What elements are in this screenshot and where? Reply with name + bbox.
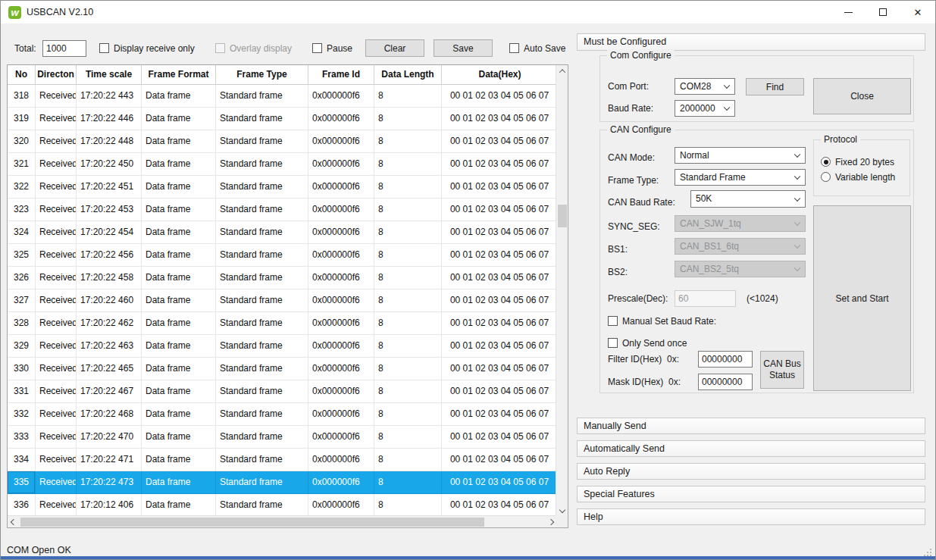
section-auto-reply[interactable]: Auto Reply <box>577 463 925 480</box>
column-header-data-length[interactable]: Data Length <box>374 65 442 85</box>
table-cell: Received <box>36 130 77 153</box>
table-cell: Received <box>36 335 77 358</box>
column-header-time-scale[interactable]: Time scale <box>77 65 142 85</box>
chevron-down-icon <box>794 242 800 249</box>
frame-type-label: Frame Type: <box>608 172 659 189</box>
table-cell: 8 <box>374 108 442 130</box>
vertical-scrollbar-thumb[interactable] <box>558 205 567 227</box>
section-special-features[interactable]: Special Features <box>577 486 925 502</box>
horizontal-scrollbar[interactable] <box>8 515 557 527</box>
baud-rate-select[interactable]: 2000000 <box>675 100 735 117</box>
protocol-variable-length-radio[interactable] <box>821 172 831 182</box>
table-row[interactable]: 335Received17:20:22 473Data frameStandar… <box>8 471 556 494</box>
column-header-frame-id[interactable]: Frame Id <box>308 65 374 85</box>
only-send-once-checkbox[interactable] <box>608 338 618 348</box>
set-and-start-button[interactable]: Set and Start <box>813 205 911 391</box>
table-row[interactable]: 325Received17:20:22 456Data frameStandar… <box>8 244 556 267</box>
table-cell: Standard frame <box>216 130 308 153</box>
table-cell: Data frame <box>142 244 216 267</box>
can-bus-status-button[interactable]: CAN Bus Status <box>760 351 804 389</box>
auto-save-checkbox[interactable] <box>509 43 519 53</box>
table-cell: 0x000000f6 <box>308 449 374 471</box>
horizontal-scrollbar-thumb[interactable] <box>20 518 484 527</box>
minimize-button[interactable] <box>831 1 866 23</box>
table-cell: 17:20:12 406 <box>77 494 142 517</box>
table-cell: Data frame <box>142 403 216 426</box>
save-button[interactable]: Save <box>434 39 493 57</box>
table-cell: 0x000000f6 <box>308 403 374 426</box>
section-help[interactable]: Help <box>577 508 925 525</box>
column-header-frame-format[interactable]: Frame Format <box>142 65 216 85</box>
table-cell: Data frame <box>142 449 216 471</box>
com-port-select[interactable]: COM28 <box>675 78 735 95</box>
mask-id-input[interactable] <box>698 374 753 390</box>
table-cell: Standard frame <box>216 449 308 471</box>
scroll-left-button[interactable] <box>8 516 20 528</box>
table-row[interactable]: 336Received17:20:12 406Data frameStandar… <box>8 494 556 517</box>
total-input[interactable] <box>42 40 86 57</box>
close-window-button[interactable]: ✕ <box>900 1 935 23</box>
scroll-down-icon <box>559 507 565 513</box>
table-row[interactable]: 332Received17:20:22 468Data frameStandar… <box>8 403 556 426</box>
table-cell: 8 <box>374 403 442 426</box>
manual-set-baud-rate-checkbox[interactable] <box>608 316 618 326</box>
section-must-be-configured[interactable]: Must be Configured <box>577 33 925 51</box>
table-cell: Received <box>36 267 77 289</box>
find-button[interactable]: Find <box>746 78 804 95</box>
table-row[interactable]: 333Received17:20:22 470Data frameStandar… <box>8 426 556 449</box>
filter-id-input[interactable] <box>698 351 753 368</box>
column-header-frame-type[interactable]: Frame Type <box>216 65 308 85</box>
protocol-fixed-20-bytes-radio[interactable] <box>821 157 831 167</box>
can-mode-select[interactable]: Normal <box>675 147 806 164</box>
table-cell: 8 <box>374 199 442 221</box>
table-row[interactable]: 323Received17:20:22 453Data frameStandar… <box>8 199 556 221</box>
close-icon: ✕ <box>914 8 922 17</box>
pause-checkbox[interactable] <box>312 43 322 53</box>
table-row[interactable]: 319Received17:20:22 446Data frameStandar… <box>8 108 556 130</box>
prescale-input <box>675 290 736 307</box>
display-receive-only-checkbox[interactable] <box>99 43 109 53</box>
frame-type-select[interactable]: Standard Frame <box>675 169 806 186</box>
table-row[interactable]: 324Received17:20:22 454Data frameStandar… <box>8 221 556 244</box>
table-cell: 17:20:22 470 <box>77 426 142 449</box>
clear-button[interactable]: Clear <box>365 39 424 57</box>
resize-grip-icon[interactable] <box>924 549 931 556</box>
section-automatically-send[interactable]: Automatically Send <box>577 440 925 457</box>
table-row[interactable]: 329Received17:20:22 463Data frameStandar… <box>8 335 556 358</box>
table-cell: 17:20:22 451 <box>77 176 142 199</box>
table-row[interactable]: 327Received17:20:22 460Data frameStandar… <box>8 289 556 312</box>
table-row[interactable]: 326Received17:20:22 458Data frameStandar… <box>8 267 556 289</box>
maximize-button[interactable] <box>866 1 900 23</box>
scroll-up-button[interactable] <box>556 65 568 77</box>
table-cell: Data frame <box>142 289 216 312</box>
scroll-down-button[interactable] <box>556 504 568 516</box>
table-cell: 330 <box>8 358 36 380</box>
table-cell: 17:20:22 458 <box>77 267 142 289</box>
table-cell: Received <box>36 403 77 426</box>
table-row[interactable]: 328Received17:20:22 462Data frameStandar… <box>8 312 556 335</box>
close-button[interactable]: Close <box>813 78 911 114</box>
table-cell: 00 01 02 03 04 05 06 07 <box>442 130 556 153</box>
column-header-no[interactable]: No <box>8 65 36 85</box>
table-cell: 0x000000f6 <box>308 199 374 221</box>
table-cell: Received <box>36 289 77 312</box>
titlebar: w USBCAN V2.10 ✕ <box>1 1 935 23</box>
baud-rate-value: 2000000 <box>680 103 715 114</box>
table-row[interactable]: 331Received17:20:22 467Data frameStandar… <box>8 380 556 403</box>
table-row[interactable]: 334Received17:20:22 471Data frameStandar… <box>8 449 556 471</box>
table-row[interactable]: 322Received17:20:22 451Data frameStandar… <box>8 176 556 199</box>
column-header-data-hex[interactable]: Data(Hex) <box>442 65 556 85</box>
table-row[interactable]: 318Received17:20:22 443Data frameStandar… <box>8 85 556 108</box>
table-row[interactable]: 320Received17:20:22 448Data frameStandar… <box>8 130 556 153</box>
column-header-direction[interactable]: Directon <box>36 65 77 85</box>
section-manually-send[interactable]: Manually Send <box>577 418 925 434</box>
vertical-scrollbar[interactable] <box>556 65 568 516</box>
app-logo-glyph: w <box>11 8 18 17</box>
table-row[interactable]: 321Received17:20:22 450Data frameStandar… <box>8 153 556 176</box>
table-cell: Standard frame <box>216 403 308 426</box>
can-baud-rate-select[interactable]: 50K <box>690 190 806 208</box>
table-cell: Standard frame <box>216 289 308 312</box>
table-cell: Received <box>36 312 77 335</box>
table-cell: Standard frame <box>216 426 308 449</box>
table-row[interactable]: 330Received17:20:22 465Data frameStandar… <box>8 358 556 380</box>
